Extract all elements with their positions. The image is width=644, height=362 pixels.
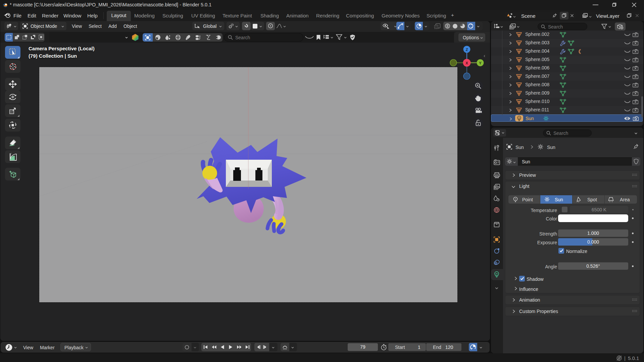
svg-text:Y: Y [479, 61, 482, 65]
svg-text:Z: Z [466, 48, 468, 52]
svg-text:X: X [465, 61, 468, 65]
